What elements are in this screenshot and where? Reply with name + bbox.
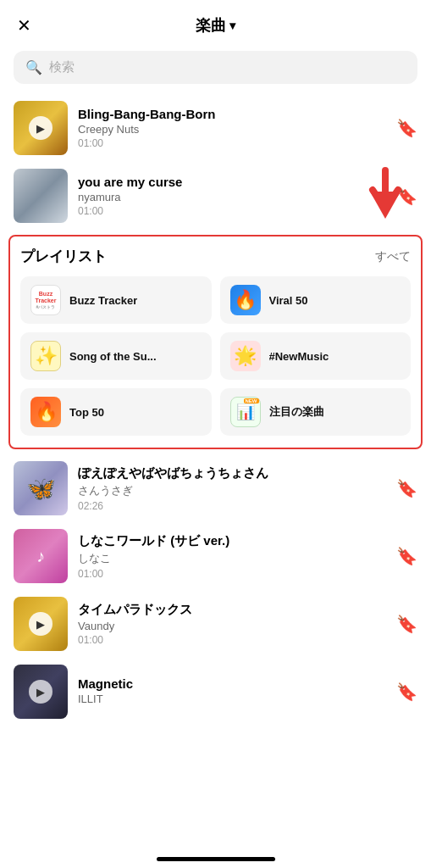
playlist-item-newmusic[interactable]: 🌟 #NewMusic (220, 332, 412, 380)
song-title: Magnetic (78, 676, 386, 691)
song-title: タイムパラドックス (78, 602, 386, 618)
buzz-tracker-icon: BuzzTracker #バストラ (30, 285, 61, 315)
song-item-shina[interactable]: ♪ しなこワールド (サビ ver.) しなこ 01:00 🔖 (0, 522, 431, 590)
song-artist: Creepy Nuts (78, 123, 386, 136)
playlist-name: Buzz Tracker (69, 294, 137, 307)
song-duration: 02:26 (78, 500, 386, 512)
header-title[interactable]: 楽曲 ▾ (196, 15, 235, 36)
play-icon: ▶ (29, 116, 52, 140)
bookmark-icon[interactable]: 🔖 (396, 546, 417, 566)
song-info: you are my curse nyamura 01:00 (78, 175, 386, 217)
home-indicator (157, 857, 275, 861)
playlist-name: #NewMusic (269, 350, 329, 363)
search-bar[interactable]: 🔍 検索 (14, 51, 417, 84)
playlist-item-top50[interactable]: 🔥 Top 50 (20, 388, 212, 436)
song-artist: しなこ (78, 551, 386, 566)
song-thumbnail: ▶ (14, 597, 68, 651)
song-item-poe[interactable]: 🦋 ぽえぽえやばやばちょうちょさん さんうさぎ 02:26 🔖 (0, 454, 431, 522)
playlist-name: Song of the Su... (69, 350, 157, 363)
playlist-item-viral[interactable]: 🔥 Viral 50 (220, 276, 412, 324)
song-thumbnail: 🦋 (14, 461, 68, 515)
playlist-item-featured[interactable]: 📊 NEW 注目の楽曲 (220, 388, 412, 436)
song-sun-icon: ✨ (30, 341, 61, 371)
song-title: ぽえぽえやばやばちょうちょさん (78, 465, 386, 481)
song-duration: 01:00 (78, 568, 386, 580)
search-placeholder: 検索 (49, 59, 75, 75)
top50-icon: 🔥 (30, 397, 61, 427)
chevron-down-icon: ▾ (229, 19, 235, 32)
bookmark-icon[interactable]: 🔖 (396, 682, 417, 702)
song-item-magnetic[interactable]: ▶ Magnetic ILLIT 🔖 (0, 658, 431, 726)
song-info: ぽえぽえやばやばちょうちょさん さんうさぎ 02:26 (78, 465, 386, 512)
playlist-header: プレイリスト すべて (20, 247, 411, 266)
song-thumbnail: ♪ (14, 529, 68, 583)
playlist-item-song-of-sun[interactable]: ✨ Song of the Su... (20, 332, 212, 380)
header: ✕ 楽曲 ▾ (0, 0, 431, 44)
song-item-bling[interactable]: ▶ Bling-Bang-Bang-Born Creepy Nuts 01:00… (0, 94, 431, 162)
song-item-time[interactable]: ▶ タイムパラドックス Vaundy 01:00 🔖 (0, 590, 431, 658)
song-thumbnail: ▶ (14, 101, 68, 155)
bookmark-icon[interactable]: 🔖 (396, 478, 417, 498)
song-artist: nyamura (78, 191, 386, 203)
song-info: Bling-Bang-Bang-Born Creepy Nuts 01:00 (78, 107, 386, 149)
song-info: Magnetic ILLIT (78, 676, 386, 707)
song-artist: ILLIT (78, 693, 386, 705)
playlist-name: Viral 50 (269, 294, 308, 307)
close-button[interactable]: ✕ (17, 15, 31, 36)
svg-marker-1 (370, 192, 401, 219)
play-icon: ▶ (29, 680, 52, 704)
song-info: しなこワールド (サビ ver.) しなこ 01:00 (78, 533, 386, 580)
playlist-name: Top 50 (69, 406, 104, 419)
song-title: you are my curse (78, 175, 386, 189)
featured-icon: 📊 NEW (230, 397, 261, 427)
song-thumbnail (14, 169, 68, 223)
playlist-section: プレイリスト すべて BuzzTracker #バストラ Buzz Tracke… (8, 235, 423, 449)
playlist-all-button[interactable]: すべて (375, 249, 411, 264)
playlist-section-title: プレイリスト (20, 247, 107, 266)
song-duration: 01:00 (78, 137, 386, 149)
bookmark-icon[interactable]: 🔖 (396, 118, 417, 138)
playlist-grid: BuzzTracker #バストラ Buzz Tracker 🔥 Viral 5… (20, 276, 411, 436)
song-thumbnail: ▶ (14, 665, 68, 719)
playlist-name: 注目の楽曲 (269, 404, 324, 420)
playlist-item-buzz[interactable]: BuzzTracker #バストラ Buzz Tracker (20, 276, 212, 324)
song-title: Bling-Bang-Bang-Born (78, 107, 386, 121)
song-artist: Vaundy (78, 620, 386, 632)
bookmark-icon[interactable]: 🔖 (396, 614, 417, 634)
newmusic-icon: 🌟 (230, 341, 261, 371)
header-title-text: 楽曲 (196, 15, 226, 36)
song-title: しなこワールド (サビ ver.) (78, 533, 386, 549)
viral-icon: 🔥 (230, 285, 261, 315)
search-icon: 🔍 (25, 59, 42, 75)
song-info: タイムパラドックス Vaundy 01:00 (78, 602, 386, 646)
song-duration: 01:00 (78, 634, 386, 646)
annotation-arrow (360, 166, 411, 229)
song-artist: さんうさぎ (78, 483, 386, 498)
play-icon: ▶ (29, 612, 52, 636)
song-duration: 01:00 (78, 205, 386, 217)
